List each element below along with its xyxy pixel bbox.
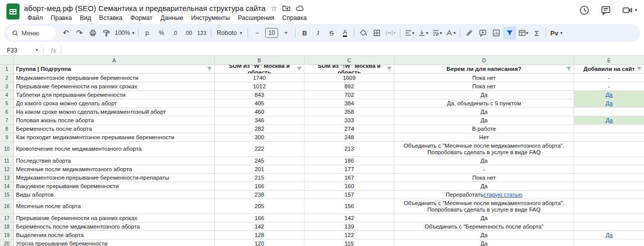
cell-b6[interactable]: 460: [215, 108, 305, 116]
filter-icon[interactable]: [566, 65, 572, 73]
cell-e16[interactable]: [574, 199, 644, 214]
cell-d3[interactable]: Пока нет: [394, 82, 574, 91]
doc-title[interactable]: аборт-мед.рф (SEO) Семантика и предварит…: [24, 4, 266, 12]
cell-d12[interactable]: -: [394, 165, 574, 174]
row-header[interactable]: 11: [0, 157, 14, 165]
percent-format-button[interactable]: %: [155, 26, 168, 39]
text-wrap-button[interactable]: ▾: [430, 26, 444, 39]
menu-item[interactable]: Формат: [127, 14, 156, 22]
cell-d4[interactable]: Да: [394, 91, 574, 99]
cell-a6[interactable]: На каком сроке можно сделать медикаменто…: [14, 108, 215, 116]
column-header-b[interactable]: B: [215, 56, 305, 65]
cell-d16[interactable]: Объединить с "Месячные после медикаменто…: [394, 199, 574, 214]
strikethrough-button[interactable]: S: [325, 26, 338, 39]
row-header[interactable]: 5: [0, 99, 14, 108]
cell-d19[interactable]: Да: [394, 231, 574, 240]
cell-d6[interactable]: Да: [394, 108, 574, 116]
cell-c6[interactable]: 358: [305, 108, 394, 116]
cell-a19[interactable]: Выделения после аборта: [14, 231, 215, 240]
cell-c1[interactable]: SUM из "!W" Москва и область: [305, 65, 394, 74]
borders-button[interactable]: [370, 26, 383, 39]
cell-d15[interactable]: Переработать старую статью: [394, 191, 574, 199]
menu-item[interactable]: Вид: [76, 14, 95, 22]
cell-d11[interactable]: Да: [394, 157, 574, 165]
menu-item[interactable]: Файл: [24, 14, 46, 22]
cell-link[interactable]: Да: [606, 117, 613, 124]
cell-b18[interactable]: 142: [215, 223, 305, 231]
row-header[interactable]: 14: [0, 182, 14, 191]
cell-d7[interactable]: Да: [394, 116, 574, 125]
cell-c3[interactable]: 892: [305, 82, 394, 91]
redo-button[interactable]: ↷: [73, 26, 86, 39]
cell-d2[interactable]: Пока нет: [394, 74, 574, 82]
custom-addon-button[interactable]: Pv ▾: [549, 26, 564, 39]
cell-e5[interactable]: Да: [574, 99, 644, 108]
star-icon[interactable]: ☆: [271, 4, 277, 12]
row-header[interactable]: 10: [0, 142, 14, 157]
decrease-decimal-button[interactable]: .0: [168, 26, 181, 39]
table-views-button[interactable]: ▾: [517, 26, 530, 39]
row-header[interactable]: 9: [0, 133, 14, 142]
cell-e19[interactable]: Да: [574, 231, 644, 240]
insert-comment-button[interactable]: [476, 26, 489, 39]
cell-b4[interactable]: 843: [215, 91, 305, 99]
cell-b19[interactable]: 128: [215, 231, 305, 240]
cell-c16[interactable]: 156: [305, 199, 394, 214]
italic-button[interactable]: I: [312, 26, 324, 39]
cell-a14[interactable]: Вакуумное прерывание беременности: [14, 182, 215, 191]
cell-d13[interactable]: Пока нет: [394, 174, 574, 182]
name-box[interactable]: F33 ▾: [0, 47, 43, 54]
row-header[interactable]: 15: [0, 191, 14, 199]
cell-b12[interactable]: 201: [215, 165, 305, 174]
cell-c17[interactable]: 142: [305, 214, 394, 223]
cell-a12[interactable]: Месячные после медикаментозного аборта: [14, 165, 215, 174]
cell-a9[interactable]: Как проходит медикаментозное прерывание …: [14, 133, 215, 142]
cell-a7[interactable]: Половая жизнь после аборта: [14, 116, 215, 125]
menu-item[interactable]: Правка: [47, 14, 75, 22]
cell-a4[interactable]: Таблетки для прерывания беременности: [14, 91, 215, 99]
merge-cells-button[interactable]: ▾: [384, 26, 397, 39]
cell-b5[interactable]: 405: [215, 99, 305, 108]
font-family-select[interactable]: Roboto ▾: [214, 26, 245, 39]
cell-b14[interactable]: 166: [215, 182, 305, 191]
cell-b20[interactable]: 120: [215, 240, 305, 246]
insert-link-button[interactable]: [463, 26, 476, 39]
cell-b9[interactable]: 300: [215, 133, 305, 142]
cell-b7[interactable]: 346: [215, 116, 305, 125]
cell-e17[interactable]: [574, 214, 644, 223]
increase-decimal-button[interactable]: .00: [182, 26, 195, 39]
cell-e14[interactable]: [574, 182, 644, 191]
cell-e13[interactable]: [574, 174, 644, 182]
row-header[interactable]: 16: [0, 199, 14, 214]
row-header[interactable]: 3: [0, 82, 14, 91]
filter-icon[interactable]: [206, 65, 213, 73]
row-header[interactable]: 8: [0, 125, 14, 133]
cell-a5[interactable]: До какого срока можно сделать аборт: [14, 99, 215, 108]
cell-b8[interactable]: 282: [215, 125, 305, 133]
number-format-button[interactable]: 123: [195, 26, 208, 39]
cell-c12[interactable]: 177: [305, 165, 394, 174]
cell-d1[interactable]: Берем ли для написания?: [394, 65, 574, 74]
cell-e1[interactable]: Добавили на сайт: [574, 65, 644, 74]
cell-d18[interactable]: Объединить с "Беременность после аборта": [394, 223, 574, 231]
menu-item[interactable]: Инструменты: [188, 14, 234, 22]
cell-d5[interactable]: Да, объединить с 5 пунктом: [394, 99, 574, 108]
menu-item[interactable]: Вставка: [96, 14, 126, 22]
cell-e3[interactable]: -: [574, 82, 644, 91]
row-header[interactable]: 18: [0, 223, 14, 231]
meet-button[interactable]: ▾: [622, 5, 637, 15]
filter-icon[interactable]: [386, 65, 392, 73]
cell-a11[interactable]: Последствия аборта: [14, 157, 215, 165]
cell-c14[interactable]: 160: [305, 182, 394, 191]
cell-a3[interactable]: Прерывание беременности на ранних сроках: [14, 82, 215, 91]
cell-c4[interactable]: 702: [305, 91, 394, 99]
row-header[interactable]: 12: [0, 165, 14, 174]
cell-b13[interactable]: 215: [215, 174, 305, 182]
row-header[interactable]: 13: [0, 174, 14, 182]
search-menus-button[interactable]: Меню: [7, 26, 56, 40]
vertical-align-button[interactable]: ▾: [416, 26, 430, 39]
cell-c9[interactable]: 248: [305, 133, 394, 142]
paint-format-button[interactable]: [100, 26, 113, 39]
row-header[interactable]: 1: [0, 65, 14, 74]
cell-c19[interactable]: 122: [305, 231, 394, 240]
